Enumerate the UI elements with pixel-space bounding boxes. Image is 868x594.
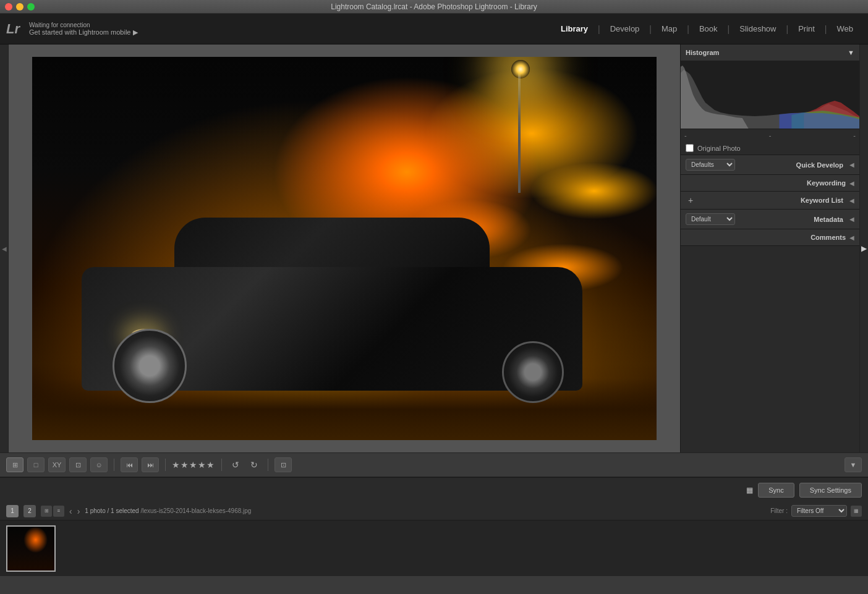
nav-book[interactable]: Book xyxy=(691,20,726,37)
toolbar-right: ▼ xyxy=(845,457,862,472)
thumbnail-1-image xyxy=(7,527,54,571)
car-wheel-right xyxy=(502,341,564,403)
histogram-controls: - - - xyxy=(681,129,859,142)
nav-modules: Library | Develop | Map | Book | Slidesh… xyxy=(552,20,862,37)
xy-view-button[interactable]: XY xyxy=(48,457,66,472)
filmstrip-grid-btn[interactable]: ⊞ xyxy=(41,506,52,517)
filmstrip-filter-btn[interactable]: ▦ xyxy=(851,506,862,517)
rotate-right-button[interactable]: ↻ xyxy=(247,459,262,471)
keywording-header[interactable]: Keywording ◀ xyxy=(681,175,859,191)
filmstrip-info: 1 photo / 1 selected /lexus-is250-2014-b… xyxy=(85,507,251,514)
photo-canvas xyxy=(32,57,657,440)
hist-ctrl-1: - xyxy=(684,132,687,139)
original-photo-row: Original Photo xyxy=(681,142,859,155)
quick-develop-arrow: ◀ xyxy=(849,161,854,168)
left-panel-toggle[interactable]: ◀ xyxy=(0,45,9,452)
thumbnail-1[interactable] xyxy=(6,525,56,572)
street-light-glow xyxy=(511,60,530,78)
multi-view-button[interactable]: ⊡ xyxy=(69,457,87,472)
mobile-waiting: Waiting for connection xyxy=(29,22,138,28)
sync-icon: ▦ xyxy=(746,486,753,494)
prev-button[interactable]: ⏮ xyxy=(121,457,138,472)
toolbar-sep-1 xyxy=(114,459,114,471)
right-toggle-arrow: ▶ xyxy=(861,244,867,253)
toolbar-sep-4 xyxy=(268,459,268,471)
maximize-button[interactable] xyxy=(27,3,35,11)
traffic-lights[interactable] xyxy=(5,3,35,11)
face-view-button[interactable]: ☺ xyxy=(90,457,108,472)
metadata-section: Default Metadata ◀ xyxy=(681,210,859,229)
nav-develop[interactable]: Develop xyxy=(602,20,649,37)
right-panel-toggle[interactable]: ▶ xyxy=(859,45,868,452)
filmstrip xyxy=(0,520,868,576)
image-area xyxy=(9,45,680,452)
histogram-chart xyxy=(681,61,859,129)
keyword-list-header[interactable]: + Keyword List ◀ xyxy=(681,192,859,209)
filmstrip-nav-back[interactable]: ‹ xyxy=(69,506,72,516)
filmstrip-count: 1 photo / 1 selected xyxy=(85,507,138,514)
lr-logo: Lr xyxy=(6,21,20,37)
grid-view-button[interactable]: ⊞ xyxy=(6,457,23,472)
left-toggle-arrow: ◀ xyxy=(1,245,7,252)
close-button[interactable] xyxy=(5,3,12,11)
nav-print[interactable]: Print xyxy=(789,20,823,37)
filmstrip-grid-buttons: ⊞ ≡ xyxy=(41,506,64,517)
filter-select[interactable]: Filters Off xyxy=(791,505,847,517)
mobile-cta[interactable]: Get started with Lightroom mobile ▶ xyxy=(29,28,138,36)
histogram-section: Histogram ▼ xyxy=(681,45,859,155)
keyword-list-title: Keyword List xyxy=(801,197,843,204)
original-photo-checkbox[interactable] xyxy=(686,144,694,152)
filmstrip-list-btn[interactable]: ≡ xyxy=(53,506,64,517)
metadata-controls: Default xyxy=(686,213,735,225)
car-wheel-left xyxy=(113,329,187,403)
keyword-list-add-button[interactable]: + xyxy=(686,195,696,205)
comments-section: Comments ◀ xyxy=(681,229,859,246)
next-button[interactable]: ⏭ xyxy=(142,457,159,472)
histogram-header[interactable]: Histogram ▼ xyxy=(681,45,859,61)
sync-button[interactable]: Sync xyxy=(758,483,794,498)
loupe-view-button[interactable]: □ xyxy=(27,457,45,472)
keyword-list-section: + Keyword List ◀ xyxy=(681,192,859,210)
histogram-arrow: ▼ xyxy=(848,49,854,56)
crop-button[interactable]: ⊡ xyxy=(274,457,292,472)
histogram-canvas xyxy=(681,61,859,129)
sync-bar: ▦ Sync Sync Settings xyxy=(0,477,868,502)
toolbar: ⊞ □ XY ⊡ ☺ ⏮ ⏭ ★★★★★ ↺ ↻ ⊡ ▼ xyxy=(0,452,868,477)
navbar: Lr Waiting for connection Get started wi… xyxy=(0,14,868,45)
filmstrip-tab-2[interactable]: 2 xyxy=(23,505,36,517)
filmstrip-path: /lexus-is250-2014-black-lekses-4968.jpg xyxy=(140,507,251,514)
sync-settings-button[interactable]: Sync Settings xyxy=(799,483,862,498)
keywording-section: Keywording ◀ xyxy=(681,175,859,192)
comments-title: Comments xyxy=(811,234,846,241)
comments-header[interactable]: Comments ◀ xyxy=(681,229,859,245)
quick-develop-header[interactable]: Defaults Quick Develop ◀ xyxy=(681,155,859,174)
filmstrip-nav-forward[interactable]: › xyxy=(77,506,80,516)
quick-develop-section: Defaults Quick Develop ◀ xyxy=(681,155,859,175)
metadata-header[interactable]: Default Metadata ◀ xyxy=(681,210,859,229)
quick-develop-title: Quick Develop xyxy=(796,161,843,169)
toolbar-dropdown[interactable]: ▼ xyxy=(845,457,862,472)
metadata-title: Metadata xyxy=(814,216,843,223)
nav-slideshow[interactable]: Slideshow xyxy=(731,20,785,37)
comments-arrow: ◀ xyxy=(849,234,854,241)
quick-develop-dropdown[interactable]: Defaults xyxy=(686,159,735,171)
toolbar-sep-3 xyxy=(221,459,222,471)
nav-map[interactable]: Map xyxy=(653,20,686,37)
right-panel: Histogram ▼ xyxy=(680,45,859,452)
filmstrip-right: Filter : Filters Off ▦ xyxy=(770,505,862,517)
keywording-arrow: ◀ xyxy=(849,180,854,187)
metadata-dropdown[interactable]: Default xyxy=(686,213,735,225)
filmstrip-tab-1[interactable]: 1 xyxy=(6,505,19,517)
keyword-list-arrow: ◀ xyxy=(849,197,854,204)
histogram-title: Histogram xyxy=(686,49,719,56)
original-photo-label: Original Photo xyxy=(697,145,741,152)
toolbar-sep-2 xyxy=(165,459,166,471)
street-light-pole xyxy=(518,69,521,193)
car-body xyxy=(82,218,582,391)
minimize-button[interactable] xyxy=(16,3,23,11)
mobile-status: Waiting for connection Get started with … xyxy=(29,22,138,36)
nav-library[interactable]: Library xyxy=(552,20,597,37)
nav-web[interactable]: Web xyxy=(828,20,862,37)
star-rating[interactable]: ★★★★★ xyxy=(172,460,215,470)
rotate-left-button[interactable]: ↺ xyxy=(228,459,243,471)
